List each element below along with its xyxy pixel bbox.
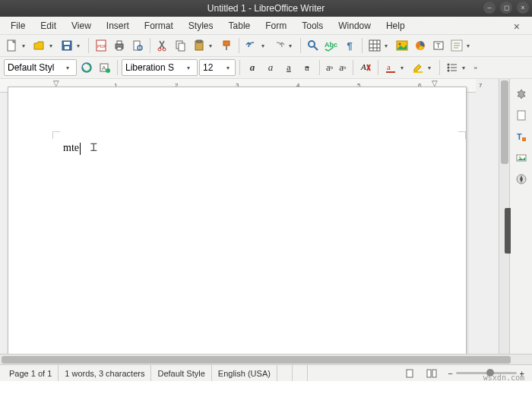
status-wordcount[interactable]: 1 words, 3 characters bbox=[59, 365, 151, 381]
separator bbox=[150, 38, 150, 53]
copy-icon[interactable] bbox=[173, 37, 189, 54]
font-name-combo[interactable]: ▾ bbox=[122, 59, 198, 76]
maximize-button[interactable]: ◻ bbox=[500, 2, 512, 14]
insert-textbox-icon[interactable]: T bbox=[430, 37, 447, 54]
chevron-down-icon[interactable]: ▾ bbox=[66, 65, 73, 71]
update-style-icon[interactable] bbox=[78, 59, 95, 76]
page-panel-icon[interactable] bbox=[512, 106, 530, 124]
undo-dropdown[interactable]: ▾ bbox=[261, 43, 269, 49]
menu-view[interactable]: View bbox=[64, 18, 99, 33]
document-page[interactable]: mte Ꮖ bbox=[8, 87, 467, 354]
svg-rect-18 bbox=[226, 46, 227, 50]
highlight-dropdown[interactable]: ▾ bbox=[428, 65, 435, 71]
paragraph-style-combo[interactable]: ▾ bbox=[4, 59, 77, 76]
menu-edit[interactable]: Edit bbox=[33, 18, 64, 33]
sidebar-collapse-handle[interactable] bbox=[505, 208, 511, 254]
spellcheck-icon[interactable]: Abc bbox=[323, 37, 340, 54]
formatting-marks-icon[interactable]: ¶ bbox=[341, 37, 358, 54]
font-name-input[interactable] bbox=[125, 62, 184, 73]
statusbar: Page 1 of 1 1 words, 3 characters Defaul… bbox=[0, 364, 532, 381]
new-style-icon[interactable]: A bbox=[97, 59, 113, 76]
menu-window[interactable]: Window bbox=[331, 18, 378, 33]
paragraph-style-input[interactable] bbox=[8, 62, 63, 73]
chevron-down-icon[interactable]: ▾ bbox=[187, 65, 194, 71]
view-multi-page-icon[interactable] bbox=[420, 365, 443, 381]
print-preview-icon[interactable] bbox=[129, 37, 146, 54]
paste-icon[interactable] bbox=[191, 37, 207, 54]
separator bbox=[353, 60, 353, 75]
find-replace-icon[interactable] bbox=[305, 37, 321, 54]
insert-chart-icon[interactable] bbox=[412, 37, 429, 54]
strikethrough-icon[interactable]: a bbox=[299, 59, 315, 76]
status-selection-mode[interactable] bbox=[293, 365, 308, 381]
font-size-combo[interactable]: ▾ bbox=[199, 59, 236, 76]
save-dropdown[interactable]: ▾ bbox=[77, 43, 84, 49]
cut-icon[interactable] bbox=[154, 37, 171, 54]
close-document-button[interactable]: × bbox=[506, 18, 527, 35]
menu-format[interactable]: Format bbox=[137, 18, 181, 33]
insert-image-icon[interactable] bbox=[394, 37, 410, 54]
bold-icon[interactable]: a bbox=[244, 59, 261, 76]
menu-help[interactable]: Help bbox=[378, 18, 413, 33]
svg-rect-58 bbox=[407, 370, 413, 377]
status-page[interactable]: Page 1 of 1 bbox=[3, 365, 59, 381]
menu-table[interactable]: Table bbox=[221, 18, 258, 33]
gallery-panel-icon[interactable] bbox=[512, 149, 530, 167]
redo-dropdown[interactable]: ▾ bbox=[289, 43, 296, 49]
print-icon[interactable] bbox=[111, 37, 128, 54]
svg-rect-2 bbox=[64, 42, 70, 45]
more-dropdown[interactable]: ▾ bbox=[467, 43, 474, 49]
insert-table-icon[interactable] bbox=[366, 37, 383, 54]
bullet-list-icon[interactable] bbox=[444, 59, 461, 76]
new-dropdown[interactable]: ▾ bbox=[22, 43, 30, 49]
separator bbox=[439, 60, 440, 75]
close-button[interactable]: × bbox=[517, 2, 529, 14]
zoom-out-icon[interactable]: − bbox=[448, 369, 452, 378]
properties-panel-icon[interactable] bbox=[512, 85, 530, 103]
status-insert-mode[interactable] bbox=[277, 365, 293, 381]
list-dropdown[interactable]: ▾ bbox=[462, 65, 470, 71]
subscript-icon[interactable]: ab bbox=[337, 59, 348, 76]
insert-special-char-icon[interactable] bbox=[448, 37, 465, 54]
menu-form[interactable]: Form bbox=[258, 18, 294, 33]
open-icon[interactable] bbox=[31, 37, 48, 54]
open-dropdown[interactable]: ▾ bbox=[49, 43, 57, 49]
export-pdf-icon[interactable]: PDF bbox=[93, 37, 109, 54]
margin-corner-icon bbox=[458, 131, 466, 139]
new-icon[interactable] bbox=[4, 37, 21, 54]
superscript-icon[interactable]: ab bbox=[324, 59, 335, 76]
status-language[interactable]: English (USA) bbox=[212, 365, 277, 381]
svg-rect-3 bbox=[65, 46, 69, 49]
view-single-page-icon[interactable] bbox=[399, 365, 420, 381]
more-dropdown[interactable]: » bbox=[474, 65, 482, 71]
table-dropdown[interactable]: ▾ bbox=[385, 43, 392, 49]
redo-icon[interactable] bbox=[271, 37, 287, 54]
clear-formatting-icon[interactable]: A bbox=[357, 59, 374, 76]
scrollbar-thumb[interactable] bbox=[501, 80, 508, 164]
save-icon[interactable] bbox=[59, 37, 75, 54]
clone-formatting-icon[interactable] bbox=[218, 37, 235, 54]
styles-panel-icon[interactable]: T bbox=[512, 128, 530, 146]
font-color-dropdown[interactable]: ▾ bbox=[401, 65, 408, 71]
titlebar: Untitled 1 - LibreOffice Writer – ◻ × bbox=[0, 0, 532, 17]
document-text[interactable]: mte bbox=[63, 142, 81, 155]
italic-icon[interactable]: a bbox=[262, 59, 279, 76]
paste-dropdown[interactable]: ▾ bbox=[209, 43, 217, 49]
svg-point-47 bbox=[447, 67, 449, 69]
highlight-color-icon[interactable] bbox=[410, 59, 426, 76]
horizontal-scrollbar[interactable] bbox=[0, 354, 532, 364]
font-size-input[interactable] bbox=[203, 62, 223, 73]
font-color-icon[interactable]: a bbox=[382, 59, 399, 76]
navigator-panel-icon[interactable] bbox=[512, 170, 530, 188]
menu-styles[interactable]: Styles bbox=[181, 18, 221, 33]
menu-file[interactable]: File bbox=[3, 18, 33, 33]
separator bbox=[239, 38, 239, 53]
scrollbar-thumb[interactable] bbox=[2, 356, 511, 364]
minimize-button[interactable]: – bbox=[483, 2, 496, 14]
menu-tools[interactable]: Tools bbox=[294, 18, 331, 33]
chevron-down-icon[interactable]: ▾ bbox=[226, 65, 232, 71]
status-style[interactable]: Default Style bbox=[151, 365, 211, 381]
underline-icon[interactable]: a bbox=[280, 59, 297, 76]
undo-icon[interactable] bbox=[243, 37, 260, 54]
menu-insert[interactable]: Insert bbox=[99, 18, 137, 33]
